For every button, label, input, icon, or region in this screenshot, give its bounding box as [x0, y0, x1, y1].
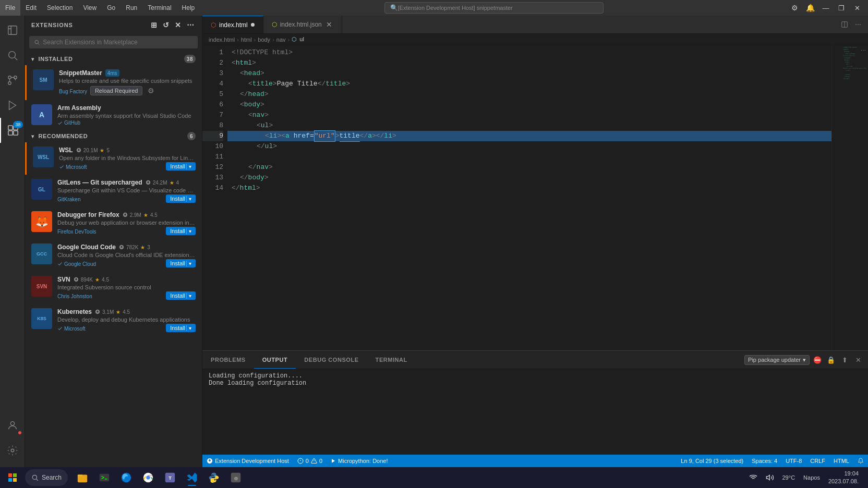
extensions-search-box[interactable] — [29, 36, 198, 48]
split-editor-btn[interactable] — [839, 19, 850, 30]
restore-button[interactable]: ❐ — [835, 2, 848, 14]
breadcrumb-index-html[interactable]: index.html — [209, 36, 235, 43]
more-editor-btn[interactable]: ⋯ — [852, 19, 864, 30]
volume-icon — [766, 473, 774, 482]
tab-index-json-close[interactable]: ✕ — [325, 20, 333, 29]
recommended-section-header[interactable]: ▾ RECOMMENDED 6 — [25, 130, 202, 142]
ext-gitlens[interactable]: GL GitLens — Git supercharged 24.2M ★4 S… — [25, 175, 202, 207]
status-language[interactable]: HTML — [829, 455, 853, 467]
menu-run[interactable]: Run — [120, 0, 142, 16]
activity-source-control[interactable] — [0, 68, 25, 93]
ext-arm-assembly[interactable]: A Arm Assembly Arm assembly syntax suppo… — [25, 100, 202, 130]
status-line-endings[interactable]: CRLF — [806, 455, 829, 467]
installed-section-header[interactable]: ▾ INSTALLED 38 — [25, 53, 202, 65]
output-channel-dropdown[interactable]: Pip package updater ▾ — [744, 355, 810, 365]
tab-index-html[interactable]: ⬡ index.html — [202, 16, 263, 33]
taskbar-clock[interactable]: 19:04 2023.07.08. — [825, 468, 862, 487]
taskbar-terminal[interactable] — [94, 468, 115, 487]
extensions-search-input[interactable] — [43, 39, 193, 46]
panel-lock-btn[interactable]: 🔒 — [825, 354, 837, 365]
tab-index-html-modified-dot — [251, 23, 255, 27]
taskbar-edge[interactable] — [116, 468, 137, 487]
panel-tab-output[interactable]: OUTPUT — [254, 351, 296, 369]
activity-extensions[interactable]: 38 — [0, 118, 25, 143]
panel-tab-debug-console[interactable]: DEBUG CONSOLE — [296, 351, 367, 369]
taskbar-temperature[interactable]: 29°C — [779, 468, 799, 487]
taskbar-location[interactable]: Napos — [800, 468, 823, 487]
panel-tab-problems[interactable]: PROBLEMS — [202, 351, 254, 369]
panel-close-btn[interactable]: ✕ — [852, 354, 864, 365]
status-notifications[interactable] — [853, 455, 868, 467]
menu-file[interactable]: File — [0, 0, 20, 16]
status-spaces[interactable]: Spaces: 4 — [748, 455, 781, 467]
activity-explorer[interactable] — [0, 18, 25, 43]
firefox-install-dropdown-icon[interactable]: ▾ — [186, 228, 191, 234]
minimap-toggle-icon[interactable]: ⋯ — [861, 47, 866, 53]
start-button[interactable] — [2, 468, 23, 487]
gitlens-install-dropdown-icon[interactable]: ▾ — [186, 196, 191, 202]
taskbar-chrome[interactable] — [138, 468, 159, 487]
kubernetes-install-btn[interactable]: Install ▾ — [166, 324, 196, 332]
menu-terminal[interactable]: Terminal — [142, 0, 176, 16]
ext-wsl[interactable]: WSL WSL 20.1M ★5 Open any folder in the … — [25, 142, 202, 175]
k8s-install-dropdown-icon[interactable]: ▾ — [186, 325, 191, 331]
gitlens-install-btn[interactable]: Install ▾ — [166, 194, 196, 203]
breadcrumb-nav[interactable]: nav — [276, 36, 286, 43]
snippetmaster-reload-btn[interactable]: Reload Required — [90, 86, 143, 95]
clear-icon[interactable]: ✕ — [174, 20, 183, 30]
activity-settings[interactable] — [0, 438, 25, 463]
firefox-debugger-install-btn[interactable]: Install ▾ — [166, 227, 196, 235]
breadcrumb-ul[interactable]: ⬡ ul — [292, 36, 304, 43]
taskbar-another-app[interactable]: ◎ — [225, 468, 246, 487]
menu-view[interactable]: View — [78, 0, 102, 16]
refresh-icon[interactable]: ↺ — [162, 20, 171, 30]
panel-tab-terminal[interactable]: TERMINAL — [367, 351, 416, 369]
menu-go[interactable]: Go — [102, 0, 120, 16]
snippetmaster-settings-btn[interactable]: ⚙ — [146, 86, 156, 96]
code-editor[interactable]: 1 2 3 4 5 6 7 8 9 10 11 12 13 14 <!DOCTY… — [202, 45, 868, 350]
taskbar-teams[interactable]: T — [160, 468, 180, 487]
notification-icon[interactable]: 🔔 — [803, 2, 817, 14]
titlebar-search-box[interactable]: 🔍 [Extension Development Host] snippetma… — [384, 2, 604, 14]
snippetmaster-name: SnippetMaster — [59, 69, 102, 77]
minimize-button[interactable]: — — [819, 2, 833, 14]
ext-svn[interactable]: SVN SVN 894K ★4.5 Integrated Subversion … — [25, 272, 202, 304]
taskbar-search-button[interactable]: Search — [25, 469, 68, 486]
tab-index-json[interactable]: ⬡ index.html.json ✕ — [263, 16, 342, 33]
ext-kubernetes[interactable]: K8S Kubernetes 3.1M ★4.5 Develop, deploy… — [25, 304, 202, 336]
wsl-install-btn[interactable]: Install ▾ — [166, 162, 196, 170]
status-micropython[interactable]: Micropython: Done! — [327, 455, 392, 467]
breadcrumb-html[interactable]: html — [241, 36, 252, 43]
gcc-install-dropdown-icon[interactable]: ▾ — [186, 261, 191, 266]
close-button[interactable]: ✕ — [850, 2, 864, 14]
panel-clear-btn[interactable]: ⛔ — [812, 354, 823, 365]
activity-remote[interactable] — [0, 143, 25, 168]
panel-maximize-btn[interactable]: ⬆ — [839, 354, 850, 365]
status-remote[interactable]: Extension Development Host — [202, 455, 293, 467]
activity-accounts[interactable] — [0, 413, 25, 438]
status-errors[interactable]: 0 0 — [293, 455, 327, 467]
settings-sync-icon[interactable]: ⚙ — [788, 2, 801, 14]
taskbar-python-idle[interactable] — [203, 468, 224, 487]
activity-search[interactable] — [0, 43, 25, 68]
menu-help[interactable]: Help — [177, 0, 200, 16]
activity-run[interactable] — [0, 93, 25, 118]
taskbar-file-explorer[interactable] — [72, 468, 93, 487]
taskbar-network-icon-wrapper[interactable] — [746, 468, 761, 487]
taskbar-volume-icon-wrapper[interactable] — [763, 468, 777, 487]
breadcrumb-body[interactable]: body — [258, 36, 270, 43]
google-cloud-install-btn[interactable]: Install ▾ — [166, 259, 196, 267]
more-actions-icon[interactable]: ⋯ — [186, 20, 196, 30]
taskbar-vscode[interactable] — [182, 468, 202, 487]
menu-edit[interactable]: Edit — [20, 0, 42, 16]
ext-google-cloud-code[interactable]: GCC Google Cloud Code 782K ★3 Cloud Code… — [25, 239, 202, 272]
wsl-install-dropdown-icon[interactable]: ▾ — [186, 164, 191, 169]
svn-install-dropdown-icon[interactable]: ▾ — [186, 293, 191, 299]
status-encoding[interactable]: UTF-8 — [781, 455, 806, 467]
ext-snippetmaster[interactable]: SM SnippetMaster 4ms Helps to create and… — [25, 65, 202, 100]
svn-install-btn[interactable]: Install ▾ — [166, 291, 196, 300]
menu-selection[interactable]: Selection — [42, 0, 78, 16]
ext-firefox-debugger[interactable]: 🦊 Debugger for Firefox 2.9M ★4.5 Debug y… — [25, 207, 202, 239]
status-position[interactable]: Ln 9, Col 29 (3 selected) — [677, 455, 748, 467]
filter-icon[interactable]: ⊞ — [150, 20, 159, 30]
